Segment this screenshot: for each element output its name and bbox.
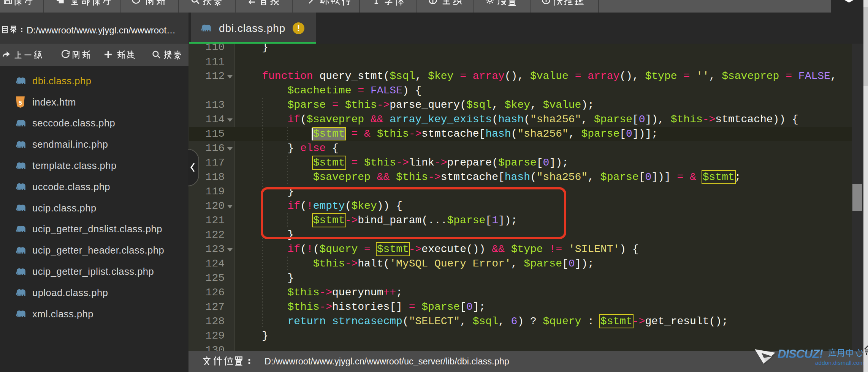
- svg-text:5: 5: [19, 99, 22, 106]
